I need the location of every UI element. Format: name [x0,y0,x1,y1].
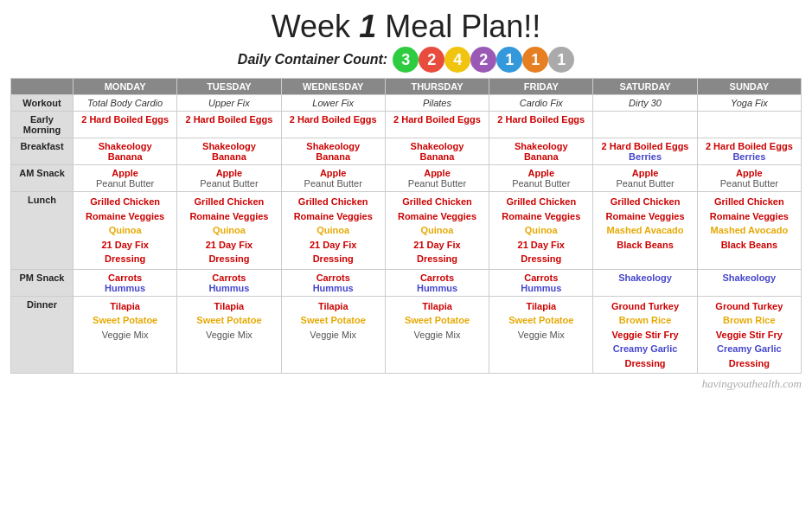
header-sunday: SUNDAY [697,79,801,95]
container-badge: 2 [419,47,444,73]
breakfast-thu: ShakeologyBanana [385,138,489,165]
breakfast-label: Breakfast [11,138,74,165]
early-fri: 2 Hard Boiled Eggs [489,112,593,138]
dinner-label: Dinner [11,296,74,374]
workout-label: Workout [11,95,74,112]
header: Week 1 Meal Plan!! Daily Container Count… [10,9,802,73]
workout-sat: Dirty 30 [593,95,697,112]
pm-snack-fri: CarrotsHummus [489,269,593,296]
breakfast-fri: ShakeologyBanana [489,138,593,165]
pm-snack-sat: Shakeology [593,269,697,296]
dinner-wed: Tilapia Sweet Potatoe Veggie Mix [281,296,385,374]
early-mon: 2 Hard Boiled Eggs [74,112,177,138]
early-tue: 2 Hard Boiled Eggs [177,112,281,138]
breakfast-sat: 2 Hard Boiled EggsBerries [593,138,697,165]
header-wednesday: WEDNESDAY [281,79,385,95]
dinner-thu: Tilapia Sweet Potatoe Veggie Mix [385,296,489,374]
page: Week 1 Meal Plan!! Daily Container Count… [0,0,812,398]
container-badge: 1 [522,47,548,73]
subtitle-text: Daily Container Count: [238,52,387,67]
pm-snack-label: PM Snack [11,269,74,296]
lunch-fri: Grilled Chicken Romaine Veggies Quinoa 2… [489,192,593,270]
workout-thu: Pilates [385,95,489,112]
lunch-tue: Grilled Chicken Romaine Veggies Quinoa 2… [177,192,281,270]
dinner-mon: Tilapia Sweet Potatoe Veggie Mix [74,296,177,374]
header-thursday: THURSDAY [385,79,489,95]
header-saturday: SATURDAY [593,79,697,95]
page-title: Week 1 Meal Plan!! [10,9,802,45]
am-snack-thu: ApplePeanut Butter [385,165,489,192]
early-sat [593,112,697,138]
breakfast-sun: 2 Hard Boiled EggsBerries [697,138,801,165]
workout-row: Workout Total Body Cardio Upper Fix Lowe… [11,95,802,112]
am-snack-wed: ApplePeanut Butter [281,165,385,192]
early-sun [697,112,801,138]
pm-snack-row: PM Snack CarrotsHummus CarrotsHummus Car… [11,269,802,296]
lunch-thu: Grilled Chicken Romaine Veggies Quinoa 2… [385,192,489,270]
am-snack-fri: ApplePeanut Butter [489,165,593,192]
am-snack-tue: ApplePeanut Butter [177,165,281,192]
breakfast-tue: ShakeologyBanana [177,138,281,165]
pm-snack-mon: CarrotsHummus [74,269,177,296]
badges: 3242111 [393,47,574,73]
meal-plan-table: MONDAY TUESDAY WEDNESDAY THURSDAY FRIDAY… [10,78,802,374]
header-empty [11,79,74,95]
lunch-wed: Grilled Chicken Romaine Veggies Quinoa 2… [281,192,385,270]
workout-fri: Cardio Fix [489,95,593,112]
workout-tue: Upper Fix [177,95,281,112]
breakfast-wed: ShakeologyBanana [281,138,385,165]
early-wed: 2 Hard Boiled Eggs [281,112,385,138]
watermark: havingyouthealth.com [10,377,802,391]
workout-sun: Yoga Fix [697,95,801,112]
lunch-label: Lunch [11,192,74,270]
breakfast-row: Breakfast ShakeologyBanana ShakeologyBan… [11,138,802,165]
am-snack-sun: ApplePeanut Butter [697,165,801,192]
dinner-sat: Ground Turkey Brown Rice Veggie Stir Fry… [593,296,697,374]
breakfast-mon: ShakeologyBanana [74,138,177,165]
container-badge: 4 [444,47,470,73]
early-morning-row: Early Morning 2 Hard Boiled Eggs 2 Hard … [11,112,802,138]
container-badge: 3 [393,47,419,73]
dinner-fri: Tilapia Sweet Potatoe Veggie Mix [489,296,593,374]
container-badge: 1 [496,47,522,73]
subtitle: Daily Container Count: 3242111 [10,47,802,73]
pm-snack-sun: Shakeology [697,269,801,296]
pm-snack-wed: CarrotsHummus [281,269,385,296]
am-snack-mon: ApplePeanut Butter [74,165,177,192]
container-badge: 2 [470,47,496,73]
dinner-sun: Ground Turkey Brown Rice Veggie Stir Fry… [697,296,801,374]
lunch-sun: Grilled Chicken Romaine Veggies Mashed A… [697,192,801,270]
dinner-row: Dinner Tilapia Sweet Potatoe Veggie Mix … [11,296,802,374]
workout-wed: Lower Fix [281,95,385,112]
lunch-mon: Grilled Chicken Romaine Veggies Quinoa 2… [74,192,177,270]
pm-snack-thu: CarrotsHummus [385,269,489,296]
am-snack-sat: ApplePeanut Butter [593,165,697,192]
workout-mon: Total Body Cardio [74,95,177,112]
week-number: 1 [359,9,376,44]
pm-snack-tue: CarrotsHummus [177,269,281,296]
am-snack-label: AM Snack [11,165,74,192]
lunch-sat: Grilled Chicken Romaine Veggies Mashed A… [593,192,697,270]
container-badge: 1 [548,47,574,73]
header-tuesday: TUESDAY [177,79,281,95]
header-monday: MONDAY [74,79,177,95]
lunch-row: Lunch Grilled Chicken Romaine Veggies Qu… [11,192,802,270]
header-friday: FRIDAY [489,79,593,95]
early-morning-label: Early Morning [11,112,74,138]
early-thu: 2 Hard Boiled Eggs [385,112,489,138]
am-snack-row: AM Snack ApplePeanut Butter ApplePeanut … [11,165,802,192]
dinner-tue: Tilapia Sweet Potatoe Veggie Mix [177,296,281,374]
